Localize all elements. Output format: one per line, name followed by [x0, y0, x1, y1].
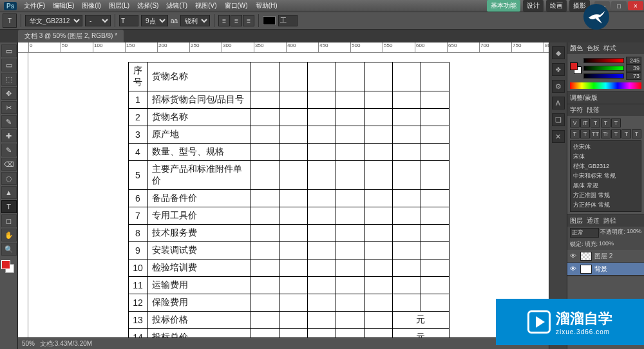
canvas[interactable]: 序号 货物名称 1招标货物合同包/品目号2货物名称3原产地4数量、型号、规格5主…: [28, 53, 549, 337]
layer-name[interactable]: 背景: [594, 265, 607, 274]
menu-help[interactable]: 帮助(H): [252, 1, 281, 10]
toolbox: ▭ ▭ ⬚ ✥ ✂ ✎ ✚ ✎ ⌫ ◌ ▲ T ◻ ✋ 🔍: [0, 42, 18, 349]
layer-name[interactable]: 图层 2: [594, 252, 612, 261]
close-dock-icon[interactable]: ✕: [552, 130, 565, 143]
list-item[interactable]: 黑体 常规: [572, 181, 639, 191]
tab-swatches[interactable]: 色板: [587, 44, 600, 53]
pen-tool-icon[interactable]: ▲: [1, 186, 17, 199]
tab-paths[interactable]: 路径: [603, 216, 616, 225]
list-item[interactable]: 方正舒体 常规: [572, 200, 639, 210]
menu-edit[interactable]: 编辑(E): [50, 1, 77, 10]
properties-icon[interactable]: ⚙: [552, 80, 565, 93]
stamp-tool-icon[interactable]: ⌫: [1, 158, 17, 171]
char-style-icon[interactable]: T: [611, 129, 621, 138]
menu-select[interactable]: 选择(S): [134, 1, 162, 10]
marquee-tool-icon[interactable]: ▭: [1, 59, 17, 71]
blend-mode-select[interactable]: 正常: [570, 228, 599, 238]
brushes-icon[interactable]: ❏: [552, 113, 565, 126]
row-name: 货物名称: [147, 109, 251, 126]
tab-layers[interactable]: 图层: [570, 216, 583, 225]
menu-view[interactable]: 视图(V): [192, 1, 220, 10]
menu-layer[interactable]: 图层(L): [106, 1, 133, 10]
actions-icon[interactable]: ❖: [552, 63, 565, 76]
character-icon[interactable]: A: [552, 97, 565, 109]
zoom-tool-icon[interactable]: 🔍: [1, 243, 17, 256]
b-value[interactable]: 73: [626, 72, 641, 80]
tab-paragraph[interactable]: 段落: [587, 106, 600, 115]
char-icon[interactable]: T: [601, 118, 611, 127]
list-item[interactable]: 中宋和标宋 常规: [572, 171, 639, 181]
char-style-icon[interactable]: Tr: [601, 129, 611, 138]
g-value[interactable]: 39: [626, 64, 641, 72]
crop-tool-icon[interactable]: ✂: [1, 101, 17, 114]
char-icon[interactable]: T: [611, 118, 621, 127]
list-item[interactable]: 楷体_GB2312: [572, 162, 639, 171]
font-style-select[interactable]: -: [85, 15, 111, 26]
char-style-icon[interactable]: TT: [591, 129, 600, 138]
move-tool-icon[interactable]: ▭: [1, 44, 17, 57]
char-style-icon[interactable]: T: [580, 129, 590, 138]
menu-image[interactable]: 图像(I): [79, 1, 104, 10]
char-style-icon[interactable]: T: [570, 129, 580, 138]
hand-tool-icon[interactable]: ✋: [1, 229, 17, 241]
tool-preset-icon[interactable]: T: [3, 14, 17, 28]
list-item[interactable]: 方正准圆 常规: [572, 191, 639, 200]
menu-filter[interactable]: 滤镜(T): [163, 1, 191, 10]
tab-character[interactable]: 字符: [570, 106, 583, 115]
text-color-swatch[interactable]: [263, 16, 276, 25]
workspace-tab[interactable]: 设计: [523, 0, 544, 12]
align-center-icon[interactable]: ≡: [231, 15, 242, 26]
adjust-title[interactable]: 调整/蒙版: [570, 93, 598, 102]
font-size-select[interactable]: 9点: [141, 15, 168, 26]
list-item[interactable]: 宋体: [572, 152, 639, 162]
warp-text-icon[interactable]: 工: [278, 15, 298, 26]
r-slider[interactable]: [583, 58, 624, 63]
align-left-icon[interactable]: ≡: [218, 15, 230, 26]
visibility-icon[interactable]: 👁: [569, 265, 578, 274]
document-tab[interactable]: 文档 3 @ 50% (图层 2, RGB/8) *: [18, 30, 124, 42]
color-swatch-icon[interactable]: [570, 62, 582, 74]
eyedropper-tool-icon[interactable]: ✎: [1, 115, 17, 128]
font-family-select[interactable]: 华文_GB2312: [25, 15, 82, 26]
history-icon[interactable]: ◆: [552, 46, 565, 59]
canvas-area: /*ticks drawn below via JS*/ 05010015020…: [18, 42, 549, 349]
spectrum-bar[interactable]: [570, 82, 641, 89]
tab-channels[interactable]: 通道: [587, 216, 600, 225]
aa-label: aa: [171, 17, 178, 24]
char-style-icon[interactable]: T: [632, 129, 641, 138]
char-icon[interactable]: T: [591, 118, 600, 127]
layer-row[interactable]: 👁 背景: [567, 263, 644, 276]
b-slider[interactable]: [583, 73, 624, 79]
workspace-tab[interactable]: 绘画: [546, 0, 567, 12]
list-item[interactable]: 仿宋体: [572, 142, 639, 152]
opacity-value[interactable]: 100%: [627, 228, 641, 238]
eraser-tool-icon[interactable]: ◌: [1, 172, 17, 185]
zoom-value[interactable]: 50%: [22, 340, 35, 347]
close-button[interactable]: ×: [628, 1, 643, 10]
menu-file[interactable]: 文件(F): [21, 1, 48, 10]
char-style-icon[interactable]: T: [621, 129, 631, 138]
shape-tool-icon[interactable]: ◻: [1, 214, 17, 227]
workspace-tab-active[interactable]: 基本功能: [487, 0, 520, 12]
char-icon[interactable]: V: [570, 118, 580, 127]
maximize-button[interactable]: □: [611, 1, 627, 10]
tab-styles[interactable]: 样式: [603, 44, 616, 53]
swallow-logo: [583, 4, 609, 30]
color-swap[interactable]: [0, 259, 15, 274]
visibility-icon[interactable]: 👁: [569, 252, 578, 261]
type-tool-icon[interactable]: T: [1, 200, 17, 213]
lasso-tool-icon[interactable]: ⬚: [1, 73, 17, 86]
brush-tool-icon[interactable]: ✎: [1, 144, 17, 156]
play-icon: [527, 310, 551, 334]
char-icon[interactable]: IT: [580, 118, 590, 127]
tab-color[interactable]: 颜色: [570, 44, 583, 53]
healing-tool-icon[interactable]: ✚: [1, 129, 17, 142]
r-value[interactable]: 245: [626, 57, 641, 64]
fill-value[interactable]: 100%: [599, 240, 614, 249]
wand-tool-icon[interactable]: ✥: [1, 87, 17, 100]
layer-row[interactable]: 👁 图层 2: [567, 250, 644, 263]
menu-window[interactable]: 窗口(W): [222, 1, 251, 10]
g-slider[interactable]: [583, 66, 624, 71]
align-right-icon[interactable]: ≡: [243, 15, 254, 26]
antialias-select[interactable]: 锐利: [180, 15, 210, 26]
